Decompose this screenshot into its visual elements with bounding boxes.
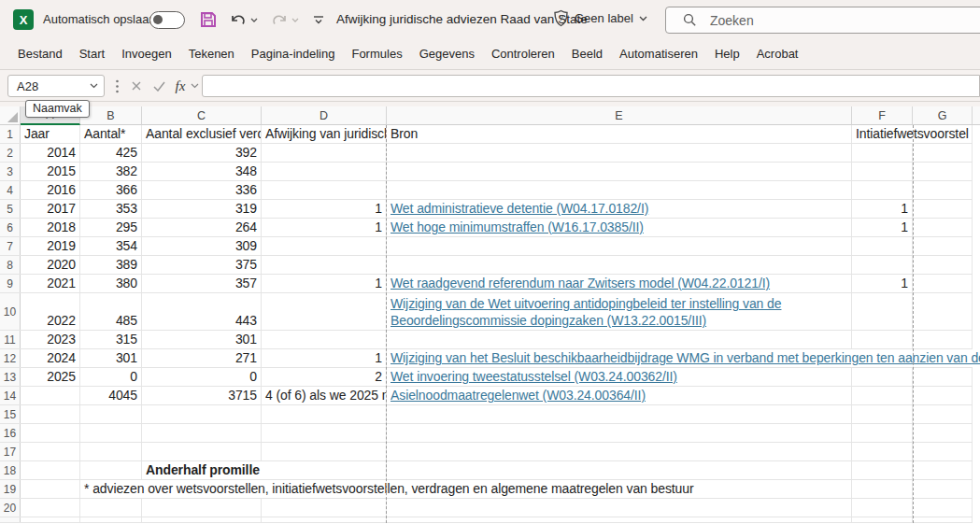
row-header-11[interactable]: 11 (0, 331, 21, 348)
cell-C13[interactable]: 0 (142, 368, 262, 386)
cell-A10[interactable]: 2022 (21, 293, 80, 330)
column-header-B[interactable]: B (80, 106, 142, 125)
undo-icon[interactable] (228, 9, 249, 30)
cell-D17[interactable] (262, 443, 387, 460)
row-header-4[interactable]: 4 (0, 181, 21, 199)
cell-A19[interactable] (21, 480, 80, 498)
cell-F14[interactable] (852, 387, 913, 404)
cell-G[interactable] (913, 517, 973, 522)
cell-F4[interactable] (852, 181, 913, 199)
column-header-G[interactable]: G (913, 106, 973, 125)
cell-C1[interactable]: Aantal exclusief verd (142, 125, 262, 143)
cell-F11[interactable] (852, 331, 913, 348)
cell-B[interactable] (80, 517, 142, 522)
cell-G13[interactable] (913, 368, 973, 386)
cell-E3[interactable] (387, 163, 852, 180)
cell-G6[interactable] (913, 219, 973, 236)
cell-F5[interactable]: 1 (852, 200, 913, 218)
name-box[interactable]: A28 (7, 75, 105, 97)
row-header-9[interactable]: 9 (0, 275, 21, 292)
cell-B11[interactable]: 315 (80, 331, 142, 348)
cell-A2[interactable]: 2014 (21, 144, 80, 162)
cell-B7[interactable]: 354 (80, 237, 142, 255)
cell-C17[interactable] (142, 443, 262, 460)
sensitivity-label[interactable]: Geen label (575, 11, 633, 25)
cell-A1[interactable]: Jaar (21, 125, 80, 143)
cell-F2[interactable] (852, 144, 913, 162)
cell-A9[interactable]: 2021 (21, 275, 80, 292)
cell-D12[interactable]: 1 (262, 349, 387, 367)
cell-C[interactable] (142, 517, 262, 522)
cell-F[interactable] (852, 517, 913, 522)
cell-G17[interactable] (913, 443, 973, 460)
cell-F3[interactable] (852, 163, 913, 180)
cell-E10[interactable]: Wijziging van de Wet uitvoering antidopi… (387, 293, 852, 330)
quick-access-overflow-icon[interactable] (308, 9, 329, 30)
row-header-12[interactable]: 12 (0, 349, 21, 367)
cell-A7[interactable]: 2019 (21, 237, 80, 255)
cell-A11[interactable]: 2023 (21, 331, 80, 348)
tab-controleren[interactable]: Controleren (483, 39, 563, 69)
cell-E7[interactable] (387, 237, 852, 255)
cell-D20[interactable] (262, 499, 387, 517)
cell-G18[interactable] (913, 461, 973, 479)
cell-F6[interactable]: 1 (852, 219, 913, 236)
cell-C16[interactable] (142, 424, 262, 442)
excel-logo-icon[interactable]: X (13, 9, 34, 30)
cell-C7[interactable]: 309 (142, 237, 262, 255)
cell-F20[interactable] (852, 499, 913, 517)
cell-F8[interactable] (852, 256, 913, 274)
tab-automatiseren[interactable]: Automatiseren (611, 39, 706, 69)
cell-F1[interactable]: Intiatiefwetsvoorstel (852, 125, 971, 143)
cell-B16[interactable] (80, 424, 142, 442)
cell-D8[interactable] (262, 256, 387, 274)
cell-E12[interactable]: Wijziging van het Besluit beschikbaarhei… (387, 349, 980, 367)
cell-G11[interactable] (913, 331, 973, 348)
cell-D13[interactable]: 2 (262, 368, 387, 386)
cell-B3[interactable]: 382 (80, 163, 142, 180)
cell-B6[interactable]: 295 (80, 219, 142, 236)
row-header-partial[interactable] (0, 517, 21, 522)
cell-C12[interactable]: 271 (142, 349, 262, 367)
cell-F19[interactable] (852, 480, 913, 498)
cell-A13[interactable]: 2025 (21, 368, 80, 386)
cell-B19[interactable]: * adviezen over wetsvoorstellen, initiat… (80, 480, 696, 498)
cell-F10[interactable] (852, 293, 913, 330)
cell-D[interactable] (262, 517, 387, 522)
autosave-toggle[interactable] (149, 11, 185, 29)
column-header-E[interactable]: E (387, 106, 852, 125)
cell-D5[interactable]: 1 (262, 200, 387, 218)
cell-E16[interactable] (387, 424, 852, 442)
cell-A[interactable] (21, 517, 80, 522)
row-header-6[interactable]: 6 (0, 219, 21, 236)
column-header-F[interactable]: F (852, 106, 913, 125)
row-header-17[interactable]: 17 (0, 443, 21, 460)
select-all-button[interactable] (0, 106, 21, 125)
drag-handle-icon[interactable] (112, 75, 121, 97)
cell-F13[interactable] (852, 368, 913, 386)
cell-G4[interactable] (913, 181, 973, 199)
cell-A17[interactable] (21, 443, 80, 460)
row-header-13[interactable]: 13 (0, 368, 21, 386)
cell-E9[interactable]: Wet raadgevend referendum naar Zwitsers … (387, 275, 852, 292)
cell-D9[interactable]: 1 (262, 275, 387, 292)
cell-C5[interactable]: 319 (142, 200, 262, 218)
formula-bar-chevron-icon[interactable] (189, 75, 200, 97)
row-header-18[interactable]: 18 (0, 461, 21, 479)
cell-B8[interactable]: 389 (80, 256, 142, 274)
cell-D18[interactable] (262, 461, 387, 479)
cell-B20[interactable] (80, 499, 142, 517)
cell-B10[interactable]: 485 (80, 293, 142, 330)
cell-E17[interactable] (387, 443, 852, 460)
cell-D6[interactable]: 1 (262, 219, 387, 236)
row-header-1[interactable]: 1 (0, 125, 21, 143)
column-header-C[interactable]: C (142, 106, 262, 125)
cell-G15[interactable] (913, 405, 973, 423)
row-header-7[interactable]: 7 (0, 237, 21, 255)
cell-G3[interactable] (913, 163, 973, 180)
row-header-8[interactable]: 8 (0, 256, 21, 274)
row-header-15[interactable]: 15 (0, 405, 21, 423)
cell-E14[interactable]: Asielnoodmaatregelenwet (W03.24.00364/II… (387, 387, 852, 404)
tab-start[interactable]: Start (71, 39, 113, 69)
insert-function-icon[interactable]: fx (172, 75, 189, 97)
